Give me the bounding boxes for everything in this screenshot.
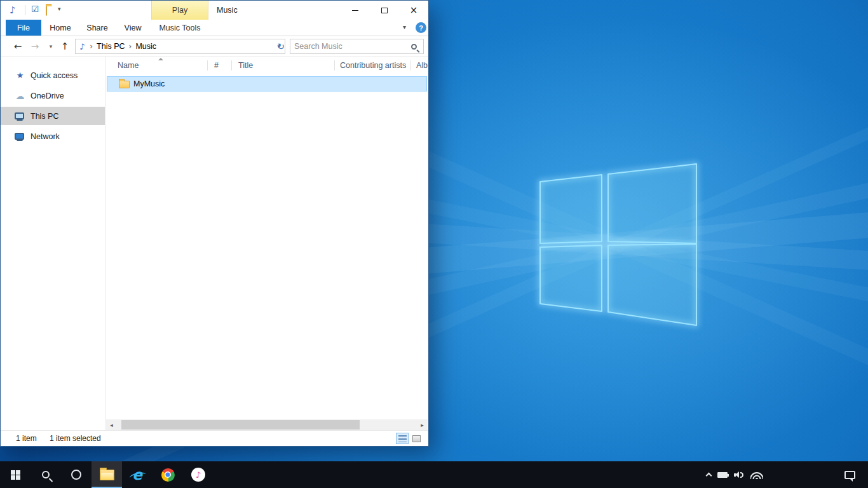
status-bar: 1 item 1 item selected [1, 430, 428, 446]
explorer-window: ♪ ☑ ▾ Play Music × File Home Share View … [0, 0, 429, 447]
back-button[interactable]: ← [11, 36, 25, 57]
large-icons-view-icon [412, 435, 421, 442]
column-header-name[interactable]: Name [118, 57, 139, 74]
folder-icon [119, 81, 130, 88]
start-button[interactable] [0, 461, 31, 488]
contextual-tab-play[interactable]: Play [151, 1, 208, 20]
itunes-button[interactable]: ♪ [183, 461, 214, 488]
title-bar[interactable]: ♪ ☑ ▾ Play Music × [1, 1, 428, 20]
quick-access-star-icon: ★ [15, 71, 25, 80]
tab-view[interactable]: View [119, 20, 147, 36]
minimize-button[interactable] [341, 1, 370, 20]
chrome-icon [161, 468, 175, 482]
search-icon[interactable] [411, 44, 417, 50]
sidebar-label: OneDrive [31, 92, 64, 100]
action-center-icon [844, 471, 855, 479]
column-divider[interactable] [231, 60, 232, 71]
tab-home[interactable]: Home [47, 20, 74, 36]
navigation-pane: ★ Quick access ☁ OneDrive This PC Networ… [1, 57, 106, 430]
taskbar: e ♪ [0, 461, 868, 488]
close-button[interactable]: × [399, 1, 428, 20]
sidebar-item-onedrive[interactable]: ☁ OneDrive [1, 86, 105, 105]
breadcrumb-separator-icon: › [128, 42, 133, 51]
new-folder-icon[interactable] [46, 6, 47, 16]
music-folder-icon: ♪ [79, 42, 85, 51]
details-view-button[interactable] [396, 433, 409, 444]
internet-explorer-icon: e [132, 468, 142, 482]
close-icon: × [410, 6, 418, 15]
cortana-icon [71, 470, 81, 480]
column-divider[interactable] [207, 60, 208, 71]
system-tray [707, 461, 763, 488]
refresh-button[interactable]: ↻ [274, 39, 288, 54]
file-list: Name # Title Contributing artists Alb My… [106, 57, 428, 419]
screen: ♪ ☑ ▾ Play Music × File Home Share View … [0, 0, 868, 488]
properties-icon[interactable]: ☑ [31, 4, 39, 14]
column-header-album[interactable]: Alb [416, 57, 428, 74]
item-count: 1 item [16, 431, 37, 446]
sidebar-label: Network [31, 132, 60, 141]
tab-music-tools[interactable]: Music Tools [153, 20, 207, 36]
tray-expand-icon[interactable] [706, 473, 712, 479]
volume-icon[interactable] [734, 471, 744, 479]
column-divider[interactable] [410, 60, 411, 71]
horizontal-scrollbar[interactable]: ◂ ▸ [106, 419, 428, 430]
sidebar-item-this-pc[interactable]: This PC [1, 107, 105, 125]
breadcrumb-this-pc[interactable]: This PC [94, 42, 127, 51]
maximize-icon [381, 8, 388, 13]
search-icon [42, 471, 50, 478]
help-button[interactable]: ? [416, 22, 426, 33]
details-view-icon [398, 435, 407, 442]
search-box[interactable] [290, 39, 424, 54]
network-wifi-icon[interactable] [750, 471, 763, 479]
scrollbar-thumb[interactable] [121, 420, 360, 430]
internet-explorer-button[interactable]: e [122, 461, 153, 488]
sidebar-item-quick-access[interactable]: ★ Quick access [1, 66, 105, 85]
address-row: ← → ▾ ↑ ♪ › This PC › Music ▾ ↻ [1, 36, 428, 57]
selected-count: 1 item selected [50, 431, 101, 446]
taskbar-search-button[interactable] [31, 461, 61, 488]
ribbon-tab-row: File Home Share View Music Tools ▾ ? [1, 20, 428, 36]
tab-file[interactable]: File [6, 20, 41, 36]
battery-icon[interactable] [717, 472, 728, 478]
this-pc-monitor-icon [15, 112, 24, 119]
column-header-contributing-artists[interactable]: Contributing artists [340, 57, 406, 74]
forward-button[interactable]: → [28, 36, 42, 57]
large-icons-view-button[interactable] [410, 433, 423, 444]
minimize-icon [352, 10, 358, 11]
tab-share[interactable]: Share [82, 20, 112, 36]
action-center-button[interactable] [840, 461, 859, 488]
file-name: MyMusic [133, 79, 165, 88]
window-title: Music [217, 1, 238, 20]
breadcrumb-music[interactable]: Music [133, 42, 159, 51]
network-icon [15, 133, 24, 140]
address-bar[interactable]: ♪ › This PC › Music ▾ [75, 39, 285, 54]
breadcrumb-separator-icon: › [88, 42, 94, 51]
expand-ribbon-icon[interactable]: ▾ [403, 24, 406, 30]
chrome-button[interactable] [153, 461, 183, 488]
volume-wave-icon [740, 472, 743, 478]
itunes-icon: ♪ [191, 468, 205, 482]
column-header-title[interactable]: Title [238, 57, 253, 74]
recent-locations-icon[interactable]: ▾ [46, 36, 56, 57]
search-input[interactable] [290, 40, 411, 53]
column-divider[interactable] [334, 60, 335, 71]
maximize-button[interactable] [370, 1, 399, 20]
sidebar-label: This PC [31, 112, 58, 121]
windows-start-icon [11, 470, 20, 480]
file-explorer-icon [100, 470, 114, 480]
sort-ascending-icon[interactable] [158, 58, 163, 60]
up-button[interactable]: ↑ [58, 36, 72, 57]
music-app-icon: ♪ [10, 4, 16, 16]
scroll-right-icon[interactable]: ▸ [417, 419, 428, 430]
sidebar-item-network[interactable]: Network [1, 127, 105, 146]
file-row-mymusic[interactable]: MyMusic [107, 76, 427, 92]
qat-separator [25, 5, 25, 15]
file-explorer-button[interactable] [92, 461, 122, 488]
column-header-number[interactable]: # [214, 57, 219, 74]
onedrive-cloud-icon: ☁ [15, 91, 25, 101]
scroll-left-icon[interactable]: ◂ [106, 419, 117, 430]
cortana-button[interactable] [61, 461, 92, 488]
sidebar-label: Quick access [31, 71, 78, 80]
qat-customize-icon[interactable]: ▾ [58, 6, 61, 12]
